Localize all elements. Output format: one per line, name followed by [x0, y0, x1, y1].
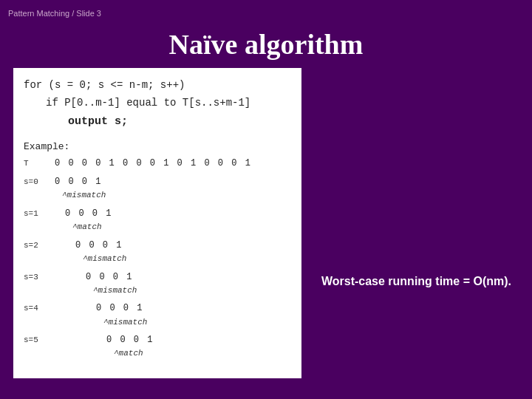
- annotation-s1: ^match: [72, 221, 291, 234]
- shift-s2: s=2 0 0 0 1 ^mismatch: [24, 239, 291, 266]
- code-line-1: for (s = 0; s <= n-m; s++): [24, 77, 291, 95]
- shift-label-s0: s=0: [24, 176, 52, 189]
- example-label: Example:: [24, 141, 291, 152]
- shift-label-s1: s=1: [24, 208, 52, 221]
- shift-seq-s1: 0 0 0 1: [65, 207, 112, 221]
- content-area: for (s = 0; s <= n-m; s++) if P[0..m-1] …: [0, 68, 532, 378]
- shift-row-s5: s=5 0 0 0 1: [24, 333, 291, 347]
- shift-s4: s=4 0 0 0 1 ^mismatch: [24, 301, 291, 329]
- shift-seq-s0: 0 0 0 1: [55, 175, 102, 189]
- shift-seq-s3: 0 0 0 1: [86, 270, 133, 284]
- shift-label-s4: s=4: [24, 302, 52, 316]
- code-line-2: if P[0..m-1] equal to T[s..s+m-1]: [46, 95, 291, 112]
- shift-row-s1: s=1 0 0 0 1: [24, 207, 291, 221]
- shift-seq-s2: 0 0 0 1: [75, 239, 123, 253]
- t-sequence: 0 0 0 0 1 0 0 0 1 0 1 0 0 0 1: [55, 157, 252, 171]
- shift-row-s4: s=4 0 0 0 1: [24, 301, 291, 316]
- annotation-s5: ^match: [114, 347, 291, 361]
- right-panel: Worst-case running time = O(nm).: [309, 68, 519, 288]
- annotation-s2: ^mismatch: [83, 253, 291, 266]
- shift-label-s3: s=3: [24, 271, 52, 284]
- shift-label-s2: s=2: [24, 239, 52, 253]
- annotation-s4: ^mismatch: [103, 316, 291, 330]
- shift-s0: s=0 0 0 0 1 ^mismatch: [24, 175, 291, 202]
- worst-case-text: Worst-case running time = O(nm).: [321, 275, 511, 288]
- annotation-s3: ^mismatch: [93, 284, 291, 298]
- shift-row-s0: s=0 0 0 0 1: [24, 175, 291, 189]
- code-panel: for (s = 0; s <= n-m; s++) if P[0..m-1] …: [13, 68, 301, 378]
- shift-label-s5: s=5: [24, 334, 52, 347]
- t-row: T 0 0 0 0 1 0 0 0 1 0 1 0 0 0 1: [24, 157, 291, 171]
- example-table: T 0 0 0 0 1 0 0 0 1 0 1 0 0 0 1 s=0 0 0 …: [24, 157, 291, 361]
- code-line-3: output s;: [68, 112, 291, 132]
- shift-s1: s=1 0 0 0 1 ^match: [24, 207, 291, 234]
- shift-row-s3: s=3 0 0 0 1: [24, 270, 291, 284]
- breadcrumb: Pattern Matching / Slide 3: [8, 9, 101, 18]
- t-label: T: [24, 157, 52, 171]
- shift-row-s2: s=2 0 0 0 1: [24, 239, 291, 253]
- annotation-s0: ^mismatch: [62, 189, 291, 202]
- shift-s5: s=5 0 0 0 1 ^match: [24, 333, 291, 361]
- shift-seq-s5: 0 0 0 1: [106, 333, 154, 347]
- shift-s3: s=3 0 0 0 1 ^mismatch: [24, 270, 291, 298]
- shift-seq-s4: 0 0 0 1: [96, 301, 143, 316]
- code-block: for (s = 0; s <= n-m; s++) if P[0..m-1] …: [24, 77, 291, 131]
